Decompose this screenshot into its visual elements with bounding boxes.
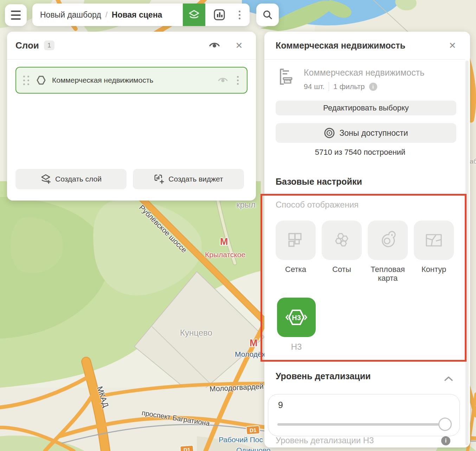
d1-route-badge: D1 [180, 445, 194, 451]
display-option-heatmap[interactable] [368, 221, 408, 260]
display-method-label: Способ отображения [276, 200, 359, 210]
layer-row-commercial[interactable]: Коммерческая недвижимость [15, 67, 247, 94]
kebab-icon [239, 11, 240, 19]
close-icon: ✕ [236, 40, 243, 51]
breadcrumb-scene[interactable]: Новая сцена [112, 10, 162, 20]
create-layer-label: Создать слой [55, 175, 102, 183]
slider-thumb[interactable] [438, 418, 452, 431]
info-icon[interactable]: i [441, 436, 450, 445]
detail-level-title: Уровень детализации [276, 371, 371, 381]
map-label-odintsovo: Одинцово [236, 446, 271, 451]
edit-selection-button[interactable]: Редактировать выборку [276, 101, 456, 115]
breadcrumb: Новый дашборд / Новая сцена [32, 4, 250, 26]
eye-icon [209, 41, 220, 50]
contour-icon [424, 230, 444, 250]
create-widget-button[interactable]: Создать виджет [133, 169, 244, 189]
create-widget-label: Создать виджет [168, 175, 223, 183]
grid-icon [286, 231, 305, 250]
chart-icon [213, 9, 225, 21]
map-label-edge: аб [470, 158, 476, 165]
detail-level-value[interactable]: 9 [278, 400, 283, 410]
metro-icon-molodyozhnaya: М [250, 338, 258, 349]
settings-panel-header: Коммерческая недвижимость ✕ [264, 32, 470, 59]
detail-level-h3-label: Уровень детализации H3 [276, 436, 374, 445]
settings-panel-title: Коммерческая недвижимость [276, 40, 405, 51]
app-window: крыл М Крылатское Кунцево М Молодёжная М… [0, 0, 476, 451]
display-option-h3-selected[interactable]: H3 [277, 298, 316, 337]
display-option-label: Контур [411, 265, 457, 274]
breadcrumb-separator: / [105, 10, 108, 19]
drag-handle-icon[interactable] [23, 76, 30, 85]
widgets-button[interactable] [208, 4, 231, 26]
display-option-contour[interactable] [414, 221, 454, 260]
d1-route-badge: D1 [246, 425, 260, 435]
detail-level-slider[interactable] [277, 423, 444, 426]
divider [264, 59, 465, 59]
object-count: 94 шт. [304, 82, 324, 91]
close-icon: ✕ [449, 40, 456, 51]
eye-icon [218, 76, 228, 84]
display-option-label: Сетка [273, 265, 319, 274]
layer-options-button[interactable] [231, 72, 245, 88]
kebab-icon [237, 76, 239, 85]
more-options-button[interactable] [229, 4, 250, 26]
widget-plus-icon [154, 174, 164, 184]
map-label-rabochiy: Рабочий Пос [219, 436, 263, 444]
scrollbar[interactable] [465, 61, 469, 445]
layer-visibility-button[interactable] [215, 72, 231, 88]
info-icon[interactable]: i [369, 83, 377, 91]
buildings-summary: 5710 из 7540 построений [264, 148, 456, 157]
divider [329, 82, 329, 91]
layer-info-meta: 94 шт. 1 фильтр i [304, 82, 424, 91]
map-label-district: крыл [236, 200, 256, 210]
display-option-hex[interactable] [322, 221, 362, 260]
layers-toggle-button[interactable] [183, 4, 205, 26]
layer-info-block: Коммерческая недвижимость 94 шт. 1 фильт… [277, 68, 424, 91]
building-icon [277, 68, 294, 86]
edit-selection-label: Редактировать выборку [323, 103, 409, 113]
display-option-label: Соты [319, 265, 365, 274]
display-option-label: Тепловая карта [365, 265, 411, 283]
layers-plus-icon [40, 174, 51, 184]
layers-count-badge: 1 [44, 40, 55, 50]
collapse-section-button[interactable] [444, 376, 453, 383]
h3-hexagon-icon: H3 [285, 307, 308, 328]
filter-count[interactable]: 1 фильтр [333, 82, 365, 91]
accessibility-zones-label: Зоны доступности [339, 128, 408, 138]
map-label-krylatskoye: Крылатское [205, 250, 245, 259]
h3-icon-text: H3 [292, 314, 301, 322]
layers-panel-close-button[interactable]: ✕ [231, 38, 247, 53]
layer-name: Коммерческая недвижимость [52, 76, 215, 84]
honeycomb-icon [332, 231, 351, 250]
layers-panel: Слои 1 ✕ Коммерческая недвижимость [7, 32, 256, 201]
metro-icon-krylatskoye: М [220, 236, 228, 247]
basic-settings-title: Базовые настройки [276, 177, 362, 187]
settings-panel-close-button[interactable]: ✕ [445, 38, 460, 53]
divider [7, 59, 256, 59]
menu-button[interactable] [5, 4, 27, 26]
layer-settings-panel: Коммерческая недвижимость ✕ Коммерческая… [264, 32, 470, 447]
layers-visibility-button[interactable] [207, 38, 222, 53]
chevron-up-icon [444, 376, 453, 381]
search-button[interactable] [256, 4, 279, 26]
display-option-label: H3 [274, 342, 319, 352]
breadcrumb-dashboard[interactable]: Новый дашборд [40, 10, 101, 20]
search-icon [262, 9, 273, 20]
bullseye-icon [324, 127, 335, 139]
create-layer-button[interactable]: Создать слой [15, 169, 127, 189]
layers-icon [188, 9, 200, 20]
detail-level-control: 9 [268, 394, 460, 436]
display-option-grid[interactable] [276, 221, 316, 260]
map-label-kuntsevo: Кунцево [180, 328, 212, 338]
layers-panel-header: Слои 1 ✕ [7, 32, 256, 59]
heatmap-icon [378, 230, 398, 250]
layer-info-name: Коммерческая недвижимость [304, 68, 424, 78]
accessibility-zones-button[interactable]: Зоны доступности [276, 123, 456, 143]
hexagon-layer-icon [36, 75, 46, 85]
layers-panel-title: Слои [15, 40, 39, 51]
